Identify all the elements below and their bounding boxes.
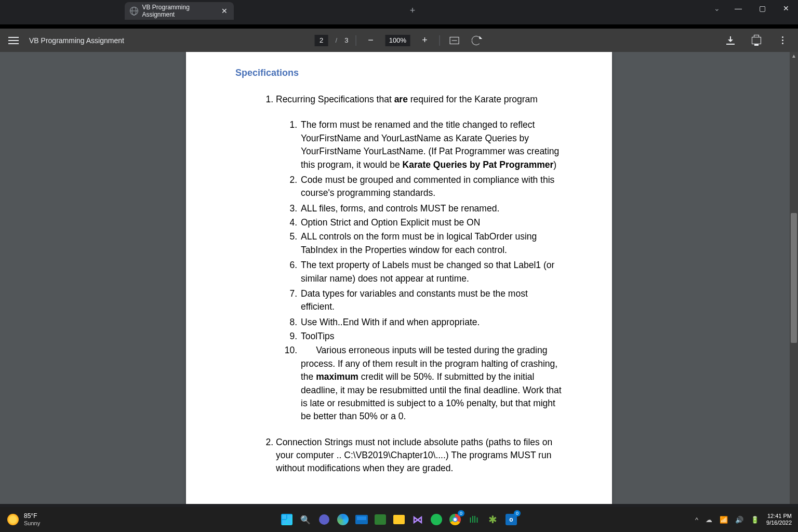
window-maximize-button[interactable]: ▢ bbox=[750, 0, 774, 17]
wifi-icon[interactable]: 📶 bbox=[720, 516, 728, 524]
app-icon-asterisk[interactable]: ✱ bbox=[485, 512, 500, 527]
clock-time: 12:41 PM bbox=[766, 513, 792, 520]
fit-page-button[interactable] bbox=[447, 33, 461, 48]
pdf-viewer-toolbar: VB Programming Assignment / 3 − 100% + bbox=[0, 29, 798, 52]
weather-temp: 85°F bbox=[24, 513, 40, 520]
file-explorer-icon[interactable] bbox=[392, 512, 406, 527]
taskbar-tray: ^ ☁ 📶 🔊 🔋 12:41 PM 9/16/2022 bbox=[695, 513, 792, 526]
browser-tab-strip: VB Programming Assignment ✕ + ⌄ — ▢ ✕ bbox=[0, 0, 798, 24]
start-button[interactable] bbox=[280, 512, 294, 527]
windows-taskbar: 85°F Sunny 🔍 ⋈ 0 ıllı ✱ o0 ^ ☁ 📶 🔊 🔋 bbox=[0, 507, 798, 532]
spec-sub-9: ToolTips bbox=[300, 330, 563, 343]
spec-sub-8: Use With..End With if and when appropria… bbox=[300, 316, 563, 329]
app-icon-green-bars[interactable]: ıllı bbox=[467, 512, 481, 527]
new-tab-button[interactable]: + bbox=[405, 3, 420, 18]
more-options-button[interactable] bbox=[775, 33, 790, 48]
pdf-page: Specifications Recurring Specifications … bbox=[186, 52, 612, 504]
menu-icon[interactable] bbox=[8, 37, 19, 44]
pdf-viewport[interactable]: Specifications Recurring Specifications … bbox=[0, 52, 798, 504]
spec-item-2: Connection Strings must not include abso… bbox=[276, 436, 563, 475]
scroll-up-icon[interactable]: ▲ bbox=[791, 53, 796, 59]
window-close-button[interactable]: ✕ bbox=[774, 0, 798, 17]
spec-sub-2: Code must be grouped and commented in co… bbox=[300, 174, 563, 200]
battery-icon[interactable]: 🔋 bbox=[751, 516, 759, 524]
spec-sub-5: ALL controls on the form must be in logi… bbox=[300, 230, 563, 257]
spec-item-1: Recurring Specifications that are requir… bbox=[276, 93, 563, 423]
taskbar-clock[interactable]: 12:41 PM 9/16/2022 bbox=[766, 513, 792, 526]
scrollbar-track[interactable]: ▲ bbox=[790, 52, 798, 504]
scrollbar-thumb[interactable] bbox=[791, 213, 797, 343]
taskbar-weather[interactable]: 85°F Sunny bbox=[7, 513, 40, 526]
spec-sub-6: The text property of Labels must be chan… bbox=[300, 259, 563, 285]
spotify-icon[interactable] bbox=[429, 512, 444, 527]
page-separator: / bbox=[336, 36, 338, 44]
task-view-icon[interactable] bbox=[317, 512, 331, 527]
spec-sub-4: Option Strict and Option Explicit must b… bbox=[300, 216, 563, 229]
visual-studio-icon[interactable]: ⋈ bbox=[410, 512, 425, 527]
taskbar-center: 🔍 ⋈ 0 ıllı ✱ o0 bbox=[280, 512, 518, 527]
zoom-level[interactable]: 100% bbox=[385, 35, 410, 46]
spec-sub-3: ALL files, forms, and controls MUST be r… bbox=[300, 202, 563, 215]
tray-overflow-icon[interactable]: ^ bbox=[695, 516, 698, 524]
print-button[interactable] bbox=[749, 33, 764, 48]
onedrive-icon[interactable]: ☁ bbox=[706, 516, 712, 524]
zoom-out-button[interactable]: − bbox=[363, 33, 378, 48]
download-button[interactable] bbox=[723, 33, 738, 48]
edge-icon[interactable] bbox=[336, 512, 350, 527]
tabs-dropdown-icon[interactable]: ⌄ bbox=[714, 4, 720, 12]
spec-sub-10: Various erroneous inputs will be tested … bbox=[300, 344, 563, 423]
page-number-input[interactable] bbox=[315, 35, 328, 46]
heading-specifications: Specifications bbox=[235, 68, 563, 78]
outlook-icon[interactable]: o0 bbox=[504, 512, 518, 527]
weather-condition: Sunny bbox=[24, 520, 40, 526]
browser-tab-active[interactable]: VB Programming Assignment ✕ bbox=[125, 2, 234, 20]
document-title: VB Programming Assignment bbox=[29, 36, 124, 45]
sun-icon bbox=[7, 514, 19, 525]
globe-icon bbox=[130, 7, 138, 15]
spec-sub-7: Data types for variables and constants m… bbox=[300, 287, 563, 314]
mail-icon[interactable] bbox=[354, 512, 369, 527]
tab-close-icon[interactable]: ✕ bbox=[221, 7, 229, 15]
zoom-in-button[interactable]: + bbox=[417, 33, 432, 48]
spec-sub-1: The form must be renamed and the title c… bbox=[300, 118, 563, 171]
tab-title: VB Programming Assignment bbox=[142, 4, 221, 18]
search-icon[interactable]: 🔍 bbox=[298, 512, 313, 527]
address-bar-redacted bbox=[0, 24, 798, 29]
volume-icon[interactable]: 🔊 bbox=[735, 516, 743, 524]
rotate-button[interactable] bbox=[469, 33, 483, 48]
page-total: 3 bbox=[344, 36, 348, 44]
window-minimize-button[interactable]: — bbox=[726, 0, 750, 17]
chrome-icon[interactable]: 0 bbox=[448, 512, 462, 527]
clock-date: 9/16/2022 bbox=[766, 520, 792, 526]
store-icon[interactable] bbox=[373, 512, 388, 527]
